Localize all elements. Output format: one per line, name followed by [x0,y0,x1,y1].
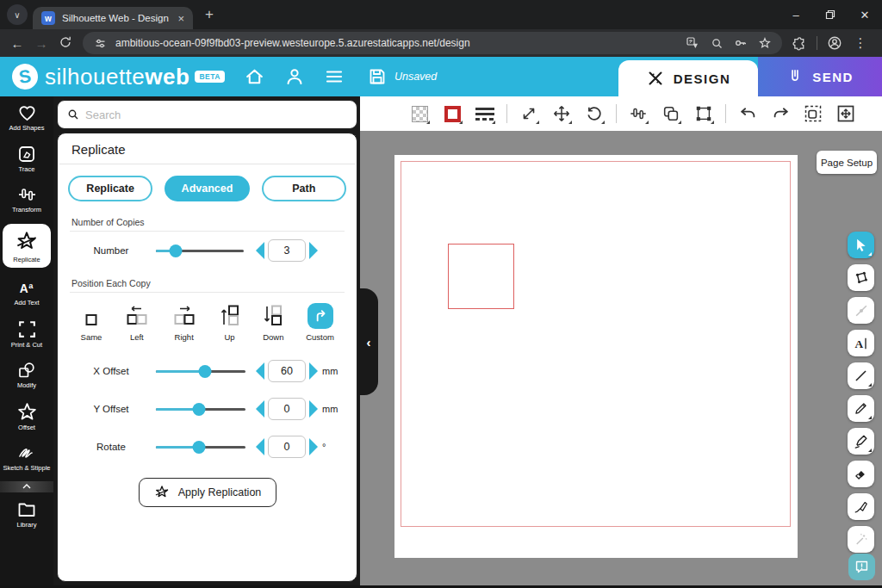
brand-bold: web [145,64,189,90]
position-same[interactable]: Same [80,303,102,342]
fill-swatch-button[interactable] [408,102,431,125]
minimize-button[interactable]: – [779,0,813,29]
redo-button[interactable] [769,102,792,125]
tab-path[interactable]: Path [262,176,346,201]
number-slider[interactable] [156,250,244,252]
bookmark-star-icon[interactable] [756,34,773,52]
tab-search-button[interactable]: ∨ [7,4,28,25]
line-tool-button[interactable] [848,362,874,389]
number-value[interactable]: 3 [268,239,306,262]
scale-button[interactable] [518,102,540,125]
back-button[interactable]: ← [5,36,29,51]
position-custom[interactable]: Custom [306,303,334,342]
sidebar-item-print-cut[interactable]: Print & Cut [3,319,51,350]
close-tab-icon[interactable]: × [177,12,184,25]
design-canvas[interactable]: Page Setup A [360,131,882,588]
position-up[interactable]: Up [219,303,241,342]
page-setup-button[interactable]: Page Setup [817,151,877,174]
url-text[interactable]: ambitious-ocean-09f9fbd03-preview.westeu… [115,37,677,49]
increment-arrow[interactable] [309,400,318,418]
decrement-arrow[interactable] [256,400,264,418]
tab-send[interactable]: SEND [758,57,882,96]
sidebar-item-trace[interactable]: Trace [3,144,51,174]
cursor-icon [853,237,869,253]
position-left[interactable]: Left [124,303,150,342]
x-offset-slider[interactable] [156,370,245,373]
point-edit-tool-button[interactable] [848,264,874,291]
menu-button[interactable] [324,66,345,87]
resize-selection-button[interactable] [693,102,715,125]
tab-design[interactable]: DESIGN [618,60,758,96]
y-offset-slider[interactable] [156,408,245,411]
increment-arrow[interactable] [309,362,318,380]
reload-button[interactable] [53,35,78,52]
site-settings-icon[interactable] [91,34,109,52]
browser-tab[interactable]: w Silhouette Web - Design × [33,7,193,29]
password-key-icon[interactable] [732,34,749,52]
duplicate-button[interactable] [660,102,682,125]
close-window-button[interactable]: ✕ [848,0,882,29]
panel-collapse-handle[interactable]: ‹ [359,288,378,395]
translate-icon[interactable] [684,34,701,52]
marker-tool-button[interactable] [848,428,874,455]
marquee-select-button[interactable] [802,102,824,125]
transform-button[interactable] [627,102,649,125]
decrement-arrow[interactable] [256,362,264,380]
decrement-arrow[interactable] [256,242,264,259]
search-input[interactable] [85,108,348,121]
position-down[interactable]: Down [262,303,284,342]
restore-button[interactable] [813,0,848,29]
sidebar-item-sketch-stipple[interactable]: Sketch & Stipple [3,443,51,473]
decrement-arrow[interactable] [256,438,264,455]
zoom-icon[interactable] [708,34,725,52]
forward-button[interactable]: → [29,36,53,51]
sidebar-label: Transform [12,207,41,214]
pen-tool-button[interactable] [848,493,874,520]
sidebar-item-add-shapes[interactable]: Add Shapes [3,103,51,133]
extensions-icon[interactable] [791,34,808,52]
undo-button[interactable] [736,102,759,125]
sidebar-item-add-text[interactable]: Aa Add Text [3,279,51,307]
account-button[interactable] [284,66,305,87]
position-right[interactable]: Right [171,303,197,342]
increment-arrow[interactable] [309,242,318,259]
sidebar-item-library[interactable]: Library [3,499,51,529]
feedback-button[interactable] [848,554,875,580]
profile-icon[interactable] [826,34,843,52]
rotate-button[interactable] [583,102,606,125]
tab-title: Silhouette Web - Design [62,13,171,23]
tab-replicate[interactable]: Replicate [68,176,152,201]
replicate-tabs: Replicate Advanced Path [58,164,357,208]
eraser-tool-button[interactable] [848,461,874,487]
sidebar-item-modify[interactable]: Modify [3,360,51,390]
square-shape[interactable] [448,244,514,309]
pan-button[interactable] [835,102,857,125]
pencil-tool-button[interactable] [848,395,874,422]
home-button[interactable] [244,66,265,88]
move-button[interactable] [550,102,573,125]
save-button[interactable] [367,66,388,87]
x-offset-value[interactable]: 60 [268,360,306,382]
search-box[interactable] [57,100,357,129]
tab-advanced[interactable]: Advanced [165,176,249,201]
line-style-button[interactable] [474,102,496,125]
sidebar-item-transform[interactable]: Transform [3,184,51,214]
address-bar[interactable]: ambitious-ocean-09f9fbd03-preview.westeu… [83,32,782,54]
increment-arrow[interactable] [309,438,318,455]
stroke-swatch-button[interactable] [441,102,463,125]
sidebar-item-replicate[interactable]: Replicate [3,224,51,269]
select-tool-button[interactable] [848,232,874,258]
rotate-value[interactable]: 0 [268,436,306,458]
divider [616,104,617,123]
y-offset-value[interactable]: 0 [268,398,306,420]
page[interactable] [394,155,798,558]
new-tab-button[interactable]: + [205,6,214,23]
rotate-slider[interactable] [156,446,245,449]
sidebar-scroll-up[interactable] [0,481,53,492]
divider [817,36,817,50]
browser-menu-icon[interactable]: ⋮ [852,34,869,52]
section-position-each-copy: Position Each Copy [58,269,357,292]
apply-replication-button[interactable]: Apply Replication [139,478,276,507]
sidebar-item-offset[interactable]: Offset [3,401,51,432]
text-tool-button[interactable]: A [848,330,874,356]
